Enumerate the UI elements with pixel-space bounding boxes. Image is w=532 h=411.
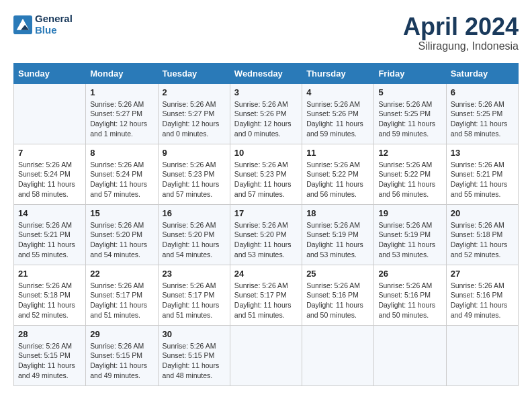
day-number: 19 — [378, 208, 441, 218]
calendar-cell — [374, 325, 446, 385]
day-info: Sunrise: 5:26 AMSunset: 5:16 PMDaylight:… — [378, 281, 441, 320]
logo-icon — [13, 15, 32, 34]
day-info: Sunrise: 5:26 AMSunset: 5:22 PMDaylight:… — [378, 160, 441, 199]
calendar-cell: 25Sunrise: 5:26 AMSunset: 5:16 PMDayligh… — [302, 265, 374, 325]
day-info: Sunrise: 5:26 AMSunset: 5:15 PMDaylight:… — [18, 341, 81, 381]
calendar-cell: 27Sunrise: 5:26 AMSunset: 5:16 PMDayligh… — [446, 265, 518, 325]
page-header: General Blue April 2024 Siliragung, Indo… — [13, 13, 519, 52]
calendar-cell: 8Sunrise: 5:26 AMSunset: 5:24 PMDaylight… — [86, 144, 158, 204]
calendar-cell: 14Sunrise: 5:26 AMSunset: 5:21 PMDayligh… — [14, 204, 86, 265]
day-info: Sunrise: 5:26 AMSunset: 5:19 PMDaylight:… — [306, 220, 369, 260]
calendar-cell: 24Sunrise: 5:26 AMSunset: 5:17 PMDayligh… — [230, 265, 302, 325]
calendar-cell: 12Sunrise: 5:26 AMSunset: 5:22 PMDayligh… — [374, 144, 446, 204]
calendar-cell: 30Sunrise: 5:26 AMSunset: 5:15 PMDayligh… — [158, 325, 230, 385]
col-header-thursday: Thursday — [302, 63, 374, 83]
calendar-cell: 3Sunrise: 5:26 AMSunset: 5:26 PMDaylight… — [230, 83, 302, 144]
logo-text-blue: Blue — [35, 25, 73, 36]
month-title: April 2024 — [403, 13, 519, 40]
day-number: 8 — [90, 148, 153, 158]
day-info: Sunrise: 5:26 AMSunset: 5:16 PMDaylight:… — [306, 281, 369, 320]
day-info: Sunrise: 5:26 AMSunset: 5:17 PMDaylight:… — [234, 281, 298, 320]
day-number: 21 — [18, 269, 81, 279]
title-block: April 2024 Siliragung, Indonesia — [403, 13, 519, 52]
calendar-cell: 21Sunrise: 5:26 AMSunset: 5:18 PMDayligh… — [14, 265, 86, 325]
col-header-sunday: Sunday — [14, 63, 86, 83]
day-info: Sunrise: 5:26 AMSunset: 5:25 PMDaylight:… — [378, 99, 441, 139]
calendar-cell: 19Sunrise: 5:26 AMSunset: 5:19 PMDayligh… — [374, 204, 446, 265]
day-number: 25 — [306, 269, 369, 279]
calendar-cell: 26Sunrise: 5:26 AMSunset: 5:16 PMDayligh… — [374, 265, 446, 325]
day-info: Sunrise: 5:26 AMSunset: 5:18 PMDaylight:… — [451, 220, 514, 260]
day-number: 13 — [451, 148, 514, 158]
calendar-cell: 28Sunrise: 5:26 AMSunset: 5:15 PMDayligh… — [14, 325, 86, 385]
location: Siliragung, Indonesia — [403, 40, 519, 52]
calendar-header-row: SundayMondayTuesdayWednesdayThursdayFrid… — [14, 63, 519, 83]
col-header-monday: Monday — [86, 63, 158, 83]
calendar-cell: 11Sunrise: 5:26 AMSunset: 5:22 PMDayligh… — [302, 144, 374, 204]
day-info: Sunrise: 5:26 AMSunset: 5:17 PMDaylight:… — [90, 281, 153, 320]
day-info: Sunrise: 5:26 AMSunset: 5:21 PMDaylight:… — [18, 220, 81, 260]
calendar-cell: 16Sunrise: 5:26 AMSunset: 5:20 PMDayligh… — [158, 204, 230, 265]
day-number: 20 — [451, 208, 514, 218]
calendar-cell: 22Sunrise: 5:26 AMSunset: 5:17 PMDayligh… — [86, 265, 158, 325]
calendar-cell: 10Sunrise: 5:26 AMSunset: 5:23 PMDayligh… — [230, 144, 302, 204]
day-number: 10 — [234, 148, 298, 158]
logo: General Blue — [13, 13, 73, 36]
calendar-table: SundayMondayTuesdayWednesdayThursdayFrid… — [13, 63, 519, 386]
day-info: Sunrise: 5:26 AMSunset: 5:20 PMDaylight:… — [163, 220, 226, 260]
day-number: 2 — [163, 87, 226, 97]
day-number: 4 — [306, 87, 369, 97]
calendar-cell: 2Sunrise: 5:26 AMSunset: 5:27 PMDaylight… — [158, 83, 230, 144]
day-number: 16 — [163, 208, 226, 218]
calendar-cell: 20Sunrise: 5:26 AMSunset: 5:18 PMDayligh… — [446, 204, 518, 265]
day-info: Sunrise: 5:26 AMSunset: 5:26 PMDaylight:… — [306, 99, 369, 139]
calendar-body: 1Sunrise: 5:26 AMSunset: 5:27 PMDaylight… — [14, 83, 519, 385]
week-row-1: 1Sunrise: 5:26 AMSunset: 5:27 PMDaylight… — [14, 83, 519, 144]
day-number: 28 — [18, 329, 81, 339]
day-info: Sunrise: 5:26 AMSunset: 5:20 PMDaylight:… — [90, 220, 153, 260]
calendar-cell: 17Sunrise: 5:26 AMSunset: 5:20 PMDayligh… — [230, 204, 302, 265]
day-info: Sunrise: 5:26 AMSunset: 5:19 PMDaylight:… — [378, 220, 441, 260]
day-number: 23 — [163, 269, 226, 279]
week-row-5: 28Sunrise: 5:26 AMSunset: 5:15 PMDayligh… — [14, 325, 519, 385]
day-info: Sunrise: 5:26 AMSunset: 5:21 PMDaylight:… — [451, 160, 514, 199]
day-info: Sunrise: 5:26 AMSunset: 5:27 PMDaylight:… — [90, 99, 153, 139]
week-row-2: 7Sunrise: 5:26 AMSunset: 5:24 PMDaylight… — [14, 144, 519, 204]
day-number: 3 — [234, 87, 298, 97]
day-number: 17 — [234, 208, 298, 218]
col-header-tuesday: Tuesday — [158, 63, 230, 83]
day-info: Sunrise: 5:26 AMSunset: 5:25 PMDaylight:… — [451, 99, 514, 139]
day-info: Sunrise: 5:26 AMSunset: 5:27 PMDaylight:… — [163, 99, 226, 139]
day-info: Sunrise: 5:26 AMSunset: 5:22 PMDaylight:… — [306, 160, 369, 199]
calendar-cell — [446, 325, 518, 385]
calendar-cell: 23Sunrise: 5:26 AMSunset: 5:17 PMDayligh… — [158, 265, 230, 325]
day-number: 1 — [90, 87, 153, 97]
day-info: Sunrise: 5:26 AMSunset: 5:20 PMDaylight:… — [234, 220, 298, 260]
day-number: 18 — [306, 208, 369, 218]
col-header-wednesday: Wednesday — [230, 63, 302, 83]
day-number: 29 — [90, 329, 153, 339]
day-info: Sunrise: 5:26 AMSunset: 5:15 PMDaylight:… — [163, 341, 226, 381]
day-number: 6 — [451, 87, 514, 97]
week-row-3: 14Sunrise: 5:26 AMSunset: 5:21 PMDayligh… — [14, 204, 519, 265]
calendar-cell: 13Sunrise: 5:26 AMSunset: 5:21 PMDayligh… — [446, 144, 518, 204]
calendar-cell: 9Sunrise: 5:26 AMSunset: 5:23 PMDaylight… — [158, 144, 230, 204]
logo-text-general: General — [35, 13, 73, 25]
day-info: Sunrise: 5:26 AMSunset: 5:24 PMDaylight:… — [90, 160, 153, 199]
col-header-friday: Friday — [374, 63, 446, 83]
calendar-cell — [14, 83, 86, 144]
calendar-cell: 4Sunrise: 5:26 AMSunset: 5:26 PMDaylight… — [302, 83, 374, 144]
day-info: Sunrise: 5:26 AMSunset: 5:23 PMDaylight:… — [163, 160, 226, 199]
calendar-cell: 29Sunrise: 5:26 AMSunset: 5:15 PMDayligh… — [86, 325, 158, 385]
day-info: Sunrise: 5:26 AMSunset: 5:24 PMDaylight:… — [18, 160, 81, 199]
day-number: 27 — [451, 269, 514, 279]
calendar-cell: 6Sunrise: 5:26 AMSunset: 5:25 PMDaylight… — [446, 83, 518, 144]
calendar-cell: 1Sunrise: 5:26 AMSunset: 5:27 PMDaylight… — [86, 83, 158, 144]
calendar-cell — [230, 325, 302, 385]
day-number: 11 — [306, 148, 369, 158]
day-number: 5 — [378, 87, 441, 97]
day-info: Sunrise: 5:26 AMSunset: 5:15 PMDaylight:… — [90, 341, 153, 381]
calendar-cell: 7Sunrise: 5:26 AMSunset: 5:24 PMDaylight… — [14, 144, 86, 204]
day-number: 12 — [378, 148, 441, 158]
day-number: 14 — [18, 208, 81, 218]
